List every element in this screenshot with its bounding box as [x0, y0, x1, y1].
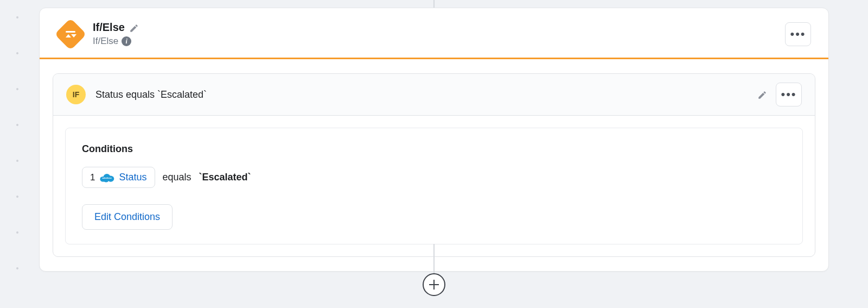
step-more-button[interactable]: •••: [785, 22, 811, 46]
step-header: If/Else If/Else i •••: [40, 8, 828, 58]
edit-conditions-button[interactable]: Edit Conditions: [82, 204, 173, 230]
step-header-text: If/Else If/Else i: [93, 21, 785, 47]
edit-title-icon[interactable]: [129, 23, 138, 32]
more-icon: •••: [790, 28, 806, 40]
condition-field-name: Status: [119, 172, 146, 183]
info-icon[interactable]: i: [122, 36, 131, 46]
if-badge: IF: [66, 85, 86, 104]
condition-row: 1 salesforce Status equals: [82, 167, 786, 188]
conditions-box: Conditions 1 salesforce: [65, 128, 803, 244]
branch-summary: Status equals `Escalated`: [95, 89, 748, 100]
salesforce-icon: salesforce: [99, 172, 114, 183]
step-type-label: If/Else: [93, 36, 118, 47]
canvas-grid-dots: [16, 0, 18, 308]
add-step-button[interactable]: [423, 273, 445, 296]
conditions-heading: Conditions: [82, 143, 786, 155]
more-icon: •••: [781, 89, 796, 100]
workflow-step-card: If/Else If/Else i ••• IF Status equals `…: [39, 8, 829, 272]
svg-text:salesforce: salesforce: [103, 177, 112, 179]
step-body: IF Status equals `Escalated` ••• Conditi…: [40, 59, 828, 271]
condition-operator: equals: [163, 172, 192, 183]
connector-line-top: [433, 0, 435, 8]
condition-value: `Escalated`: [199, 172, 251, 183]
condition-field-pill[interactable]: 1 salesforce Status: [82, 167, 155, 188]
connector-line-bottom: [433, 244, 435, 276]
step-title: If/Else: [93, 21, 125, 34]
branch-panel: IF Status equals `Escalated` ••• Conditi…: [53, 73, 815, 257]
ifelse-step-icon: [54, 18, 86, 50]
branch-header: IF Status equals `Escalated` •••: [53, 74, 815, 116]
condition-index: 1: [90, 172, 95, 183]
branch-more-button[interactable]: •••: [776, 83, 802, 106]
edit-branch-icon[interactable]: [757, 90, 766, 99]
